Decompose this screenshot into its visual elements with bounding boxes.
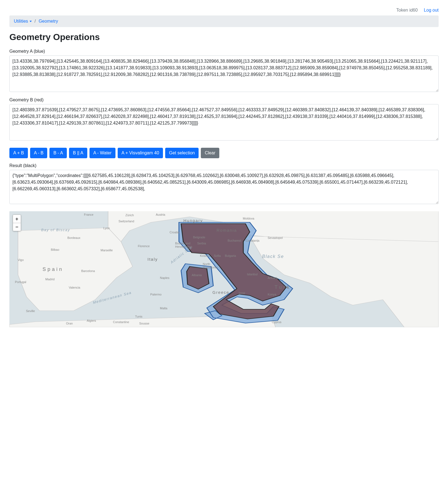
- a-minus-water-button[interactable]: A - Water: [89, 148, 115, 158]
- a-minus-b-button[interactable]: A - B: [30, 148, 48, 158]
- result-input[interactable]: [9, 170, 439, 204]
- b-minus-a-button[interactable]: B - A: [49, 148, 67, 158]
- label-geom-a: Geometry A (blue): [9, 49, 439, 54]
- geom-a-input[interactable]: [9, 56, 439, 92]
- zoom-in-button[interactable]: +: [13, 215, 21, 223]
- label-result: Result (black): [9, 163, 439, 168]
- a-plus-b-button[interactable]: A + B: [9, 148, 28, 158]
- breadcrumb: Utilities / Geometry: [9, 15, 439, 27]
- clear-button[interactable]: Clear: [201, 148, 219, 158]
- token-label: Token id60: [396, 8, 418, 12]
- label-geom-b: Geometry B (red): [9, 97, 439, 102]
- breadcrumb-separator: /: [33, 19, 37, 23]
- zoom-controls: + −: [13, 215, 21, 231]
- map-svg: [9, 211, 439, 327]
- zoom-out-button[interactable]: −: [13, 223, 21, 231]
- breadcrumb-utilities[interactable]: Utilities: [14, 19, 32, 23]
- page-title: Geometry Operations: [9, 32, 439, 42]
- chevron-down-icon: [30, 21, 32, 22]
- get-selection-button[interactable]: Get selection: [165, 148, 199, 158]
- b-or-a-button[interactable]: B || A: [69, 148, 87, 158]
- breadcrumb-geometry[interactable]: Geometry: [39, 19, 58, 23]
- geom-b-input[interactable]: [9, 104, 439, 141]
- a-plus-visvalingam-button[interactable]: A + Visvalingam 40: [118, 148, 163, 158]
- operations-row: A + B A - B B - A B || A A - Water A + V…: [9, 148, 439, 158]
- map-view[interactable]: + − Bay of Biscay Mediterranean Sea Adri…: [9, 211, 439, 327]
- logout-link[interactable]: Log out: [424, 8, 439, 12]
